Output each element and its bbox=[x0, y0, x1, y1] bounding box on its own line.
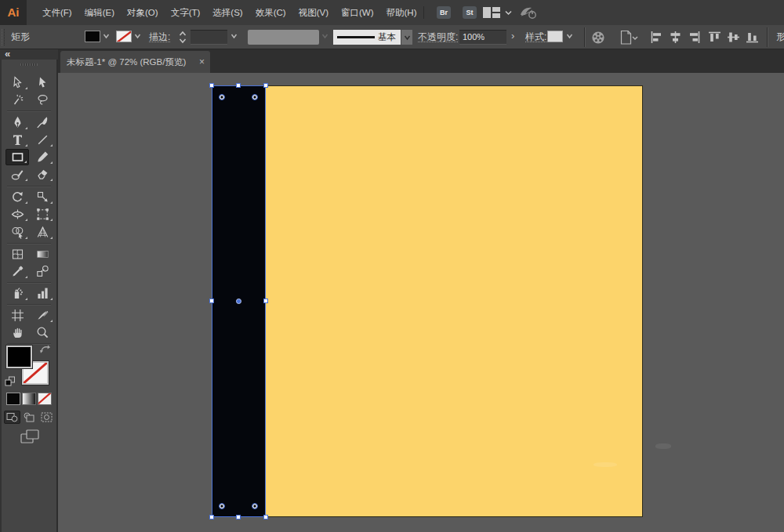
gradient-button[interactable] bbox=[23, 393, 35, 404]
selection-center-point[interactable] bbox=[236, 299, 241, 304]
pen-tool[interactable] bbox=[5, 114, 29, 131]
line-segment-tool[interactable] bbox=[31, 132, 54, 148]
opacity-more-button[interactable]: › bbox=[511, 30, 514, 42]
menu-select[interactable]: 选择(S) bbox=[206, 7, 249, 19]
free-transform-tool[interactable] bbox=[31, 206, 54, 223]
opacity-field[interactable]: 100% bbox=[459, 30, 506, 45]
artboard[interactable] bbox=[212, 85, 643, 517]
hand-tool[interactable] bbox=[5, 324, 29, 341]
zoom-tool[interactable] bbox=[31, 324, 54, 341]
eraser-tool[interactable] bbox=[31, 166, 54, 183]
menu-window[interactable]: 窗口(W) bbox=[335, 7, 380, 19]
direct-selection-tool[interactable] bbox=[5, 74, 29, 91]
none-button[interactable] bbox=[38, 393, 51, 404]
fill-color-control[interactable] bbox=[6, 346, 32, 368]
selection-handle[interactable] bbox=[209, 83, 214, 88]
draw-normal-button[interactable] bbox=[4, 411, 20, 424]
selection-handle[interactable] bbox=[263, 83, 268, 88]
bridge-button[interactable]: Br bbox=[437, 6, 451, 19]
stroke-color-swatch[interactable] bbox=[116, 31, 132, 42]
eyedropper-tool[interactable] bbox=[5, 263, 29, 280]
align-center-horizontal-button[interactable] bbox=[670, 31, 681, 43]
workspace-chevron-icon[interactable] bbox=[505, 10, 512, 16]
menu-effect[interactable]: 效果(C) bbox=[249, 7, 292, 19]
selection-handle[interactable] bbox=[263, 299, 268, 303]
curvature-tool[interactable] bbox=[31, 114, 54, 131]
rotate-tool[interactable] bbox=[5, 189, 29, 205]
stroke-chevron-icon[interactable] bbox=[134, 33, 141, 39]
stroke-weight-label[interactable]: 描边: bbox=[149, 25, 170, 49]
style-label[interactable]: 样式: bbox=[525, 25, 546, 49]
menu-edit[interactable]: 编辑(E) bbox=[78, 7, 121, 19]
stroke-weight-chevron-icon[interactable] bbox=[230, 33, 238, 39]
document-tab[interactable]: 未标题-1* @ 72% (RGB/预览) × bbox=[60, 51, 210, 73]
menu-type[interactable]: 文字(T) bbox=[165, 7, 207, 19]
color-button[interactable] bbox=[7, 393, 20, 404]
live-corner-widget[interactable] bbox=[252, 503, 258, 509]
live-corner-widget[interactable] bbox=[219, 94, 225, 100]
gradient-tool[interactable] bbox=[31, 246, 54, 262]
stroke-weight-field[interactable] bbox=[191, 30, 227, 45]
align-center-vertical-button[interactable] bbox=[728, 31, 739, 43]
lasso-tool[interactable] bbox=[31, 92, 54, 108]
recolor-artwork-icon[interactable] bbox=[591, 31, 605, 45]
stroke-weight-stepper[interactable] bbox=[179, 31, 187, 44]
artboard-tool[interactable] bbox=[5, 307, 29, 324]
menu-view[interactable]: 视图(V) bbox=[292, 7, 335, 19]
align-bottom-button[interactable] bbox=[746, 31, 758, 43]
mesh-tool[interactable] bbox=[5, 246, 29, 262]
rectangle-tool[interactable] bbox=[5, 149, 29, 165]
default-fill-stroke-icon[interactable] bbox=[5, 376, 16, 386]
panel-collapse-button[interactable]: « bbox=[5, 49, 9, 59]
scale-tool[interactable] bbox=[31, 189, 54, 205]
controlbar-grip[interactable] bbox=[2, 29, 5, 45]
brush-chevron-button[interactable] bbox=[401, 30, 412, 45]
swap-fill-stroke-icon[interactable] bbox=[39, 345, 52, 355]
menu-object[interactable]: 对象(O) bbox=[121, 7, 165, 19]
selection-handle[interactable] bbox=[236, 83, 241, 88]
align-top-button[interactable] bbox=[709, 31, 720, 43]
type-tool[interactable] bbox=[5, 132, 29, 148]
selection-handle[interactable] bbox=[263, 515, 268, 519]
style-chevron-icon[interactable] bbox=[566, 33, 573, 39]
artboard-icon bbox=[11, 309, 24, 322]
workspace-switcher-icon[interactable] bbox=[483, 7, 502, 18]
perspective-grid-tool[interactable] bbox=[31, 224, 54, 241]
brush-definition-dropdown[interactable]: 基本 bbox=[333, 30, 401, 45]
fill-color-swatch[interactable] bbox=[85, 31, 100, 42]
selection-handle[interactable] bbox=[209, 299, 214, 303]
draw-inside-button[interactable] bbox=[38, 411, 55, 424]
live-corner-widget[interactable] bbox=[252, 94, 258, 100]
selection-handle[interactable] bbox=[209, 515, 214, 519]
screen-mode-icon[interactable] bbox=[20, 429, 40, 444]
width-profile-chevron-icon[interactable] bbox=[321, 33, 328, 39]
paintbrush-tool[interactable] bbox=[31, 149, 54, 165]
draw-behind-button[interactable] bbox=[21, 411, 38, 424]
canvas-area[interactable] bbox=[58, 73, 784, 532]
cloud-sync-icon[interactable] bbox=[519, 5, 539, 20]
stock-button[interactable]: St bbox=[463, 6, 477, 19]
opacity-label[interactable]: 不透明度: bbox=[418, 25, 458, 49]
selection-handle[interactable] bbox=[236, 515, 241, 519]
slice-tool[interactable] bbox=[31, 307, 54, 324]
magic-wand-tool[interactable] bbox=[5, 92, 29, 108]
width-tool[interactable] bbox=[5, 206, 29, 223]
style-swatch[interactable] bbox=[547, 31, 563, 42]
align-left-button[interactable] bbox=[651, 31, 662, 43]
shape-builder-tool[interactable] bbox=[5, 224, 29, 241]
shaper-tool[interactable] bbox=[5, 166, 29, 183]
column-graph-tool[interactable] bbox=[31, 285, 54, 302]
blend-tool[interactable] bbox=[31, 263, 54, 280]
selection-tool[interactable] bbox=[31, 74, 54, 91]
menu-file[interactable]: 文件(F) bbox=[36, 7, 78, 19]
align-right-button[interactable] bbox=[688, 31, 700, 43]
menu-help[interactable]: 帮助(H) bbox=[380, 7, 423, 19]
symbol-sprayer-tool[interactable] bbox=[5, 285, 29, 302]
tab-close-icon[interactable]: × bbox=[199, 51, 205, 73]
document-setup-icon[interactable] bbox=[619, 30, 640, 45]
width-profile-dropdown[interactable] bbox=[248, 30, 319, 45]
panel-grip[interactable] bbox=[20, 63, 38, 66]
fill-chevron-icon[interactable] bbox=[103, 33, 110, 39]
align-center-horizontal-icon bbox=[670, 31, 681, 43]
live-corner-widget[interactable] bbox=[219, 503, 225, 509]
